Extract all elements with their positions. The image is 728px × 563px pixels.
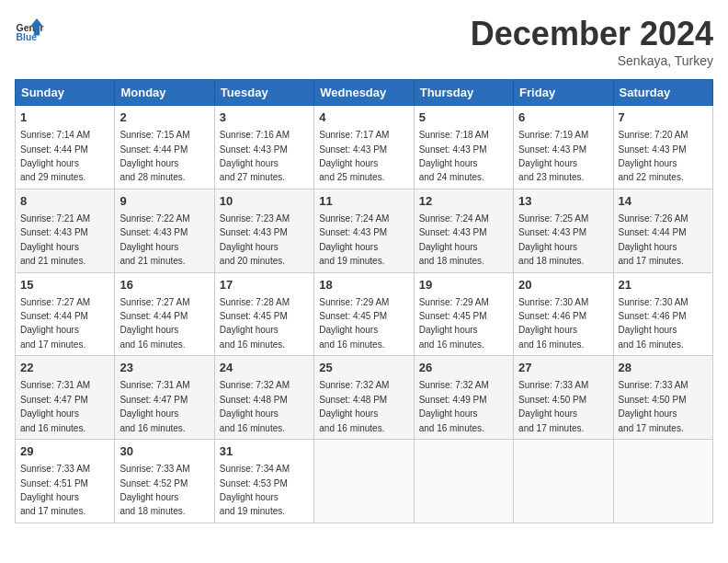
calendar-cell-day-20: 20 Sunrise: 7:30 AMSunset: 4:46 PMDaylig… xyxy=(514,272,613,356)
calendar-cell-day-7: 7 Sunrise: 7:20 AMSunset: 4:43 PMDayligh… xyxy=(613,106,712,190)
day-number: 7 xyxy=(619,109,708,126)
day-info: Sunrise: 7:29 AMSunset: 4:45 PMDaylight … xyxy=(319,297,389,350)
day-number: 8 xyxy=(20,193,109,210)
day-number: 11 xyxy=(319,193,408,210)
calendar-cell-day-10: 10 Sunrise: 7:23 AMSunset: 4:43 PMDaylig… xyxy=(214,189,313,272)
calendar-cell-day-15: 15 Sunrise: 7:27 AMSunset: 4:44 PMDaylig… xyxy=(16,272,115,356)
calendar-cell-day-31: 31 Sunrise: 7:34 AMSunset: 4:53 PMDaylig… xyxy=(214,440,313,523)
calendar-cell-day-14: 14 Sunrise: 7:26 AMSunset: 4:44 PMDaylig… xyxy=(613,189,712,272)
col-header-tuesday: Tuesday xyxy=(214,80,313,106)
calendar-cell-day-1: 1 Sunrise: 7:14 AMSunset: 4:44 PMDayligh… xyxy=(16,106,115,190)
calendar-cell-day-25: 25 Sunrise: 7:32 AMSunset: 4:48 PMDaylig… xyxy=(314,356,414,440)
day-number: 4 xyxy=(319,109,408,126)
day-number: 21 xyxy=(619,277,708,293)
day-number: 25 xyxy=(319,360,408,376)
day-info: Sunrise: 7:19 AMSunset: 4:43 PMDaylight … xyxy=(518,130,588,182)
calendar-week-2: 8 Sunrise: 7:21 AMSunset: 4:43 PMDayligh… xyxy=(16,189,713,272)
title-block: December 2024 Senkaya, Turkey xyxy=(471,15,713,68)
day-number: 16 xyxy=(119,277,209,293)
calendar-cell-day-4: 4 Sunrise: 7:17 AMSunset: 4:43 PMDayligh… xyxy=(314,106,414,190)
day-info: Sunrise: 7:34 AMSunset: 4:53 PMDaylight … xyxy=(220,464,290,516)
calendar-week-1: 1 Sunrise: 7:14 AMSunset: 4:44 PMDayligh… xyxy=(16,106,713,190)
calendar-cell-day-27: 27 Sunrise: 7:33 AMSunset: 4:50 PMDaylig… xyxy=(514,356,613,440)
day-info: Sunrise: 7:28 AMSunset: 4:45 PMDaylight … xyxy=(220,297,290,350)
day-info: Sunrise: 7:33 AMSunset: 4:50 PMDaylight … xyxy=(619,380,688,432)
calendar-cell-day-18: 18 Sunrise: 7:29 AMSunset: 4:45 PMDaylig… xyxy=(314,272,414,356)
day-number: 1 xyxy=(20,109,109,126)
day-info: Sunrise: 7:27 AMSunset: 4:44 PMDaylight … xyxy=(119,297,189,350)
calendar-cell-day-28: 28 Sunrise: 7:33 AMSunset: 4:50 PMDaylig… xyxy=(613,356,712,440)
calendar-cell-day-17: 17 Sunrise: 7:28 AMSunset: 4:45 PMDaylig… xyxy=(214,272,313,356)
day-number: 17 xyxy=(220,277,309,293)
day-info: Sunrise: 7:24 AMSunset: 4:43 PMDaylight … xyxy=(419,213,489,266)
calendar-cell-day-5: 5 Sunrise: 7:18 AMSunset: 4:43 PMDayligh… xyxy=(414,106,513,190)
day-number: 5 xyxy=(419,109,508,126)
day-info: Sunrise: 7:25 AMSunset: 4:43 PMDaylight … xyxy=(518,213,588,266)
calendar-cell-day-8: 8 Sunrise: 7:21 AMSunset: 4:43 PMDayligh… xyxy=(16,189,115,272)
day-info: Sunrise: 7:15 AMSunset: 4:44 PMDaylight … xyxy=(119,130,189,182)
day-info: Sunrise: 7:24 AMSunset: 4:43 PMDaylight … xyxy=(319,213,389,266)
day-number: 31 xyxy=(220,443,309,460)
day-info: Sunrise: 7:32 AMSunset: 4:49 PMDaylight … xyxy=(419,380,489,432)
calendar-cell-day-21: 21 Sunrise: 7:30 AMSunset: 4:46 PMDaylig… xyxy=(613,272,712,356)
calendar-cell-day-24: 24 Sunrise: 7:32 AMSunset: 4:48 PMDaylig… xyxy=(214,356,313,440)
day-number: 29 xyxy=(20,443,109,460)
calendar-week-4: 22 Sunrise: 7:31 AMSunset: 4:47 PMDaylig… xyxy=(16,356,713,440)
day-info: Sunrise: 7:17 AMSunset: 4:43 PMDaylight … xyxy=(319,130,389,182)
day-info: Sunrise: 7:27 AMSunset: 4:44 PMDaylight … xyxy=(20,297,90,350)
day-number: 24 xyxy=(220,360,309,376)
calendar-week-5: 29 Sunrise: 7:33 AMSunset: 4:51 PMDaylig… xyxy=(16,440,713,523)
day-info: Sunrise: 7:31 AMSunset: 4:47 PMDaylight … xyxy=(119,380,189,432)
calendar-cell-day-2: 2 Sunrise: 7:15 AMSunset: 4:44 PMDayligh… xyxy=(115,106,214,190)
col-header-wednesday: Wednesday xyxy=(314,80,414,106)
day-info: Sunrise: 7:18 AMSunset: 4:43 PMDaylight … xyxy=(419,130,489,182)
calendar-cell-day-26: 26 Sunrise: 7:32 AMSunset: 4:49 PMDaylig… xyxy=(414,356,513,440)
day-number: 18 xyxy=(319,277,408,293)
col-header-saturday: Saturday xyxy=(613,80,712,106)
day-info: Sunrise: 7:20 AMSunset: 4:43 PMDaylight … xyxy=(619,130,688,182)
day-info: Sunrise: 7:16 AMSunset: 4:43 PMDaylight … xyxy=(220,130,290,182)
day-info: Sunrise: 7:23 AMSunset: 4:43 PMDaylight … xyxy=(220,213,290,266)
calendar-cell-day-23: 23 Sunrise: 7:31 AMSunset: 4:47 PMDaylig… xyxy=(115,356,214,440)
day-info: Sunrise: 7:14 AMSunset: 4:44 PMDaylight … xyxy=(20,130,90,182)
day-info: Sunrise: 7:33 AMSunset: 4:51 PMDaylight … xyxy=(20,464,90,516)
empty-cell xyxy=(613,440,712,523)
day-number: 26 xyxy=(419,360,508,376)
calendar-cell-day-6: 6 Sunrise: 7:19 AMSunset: 4:43 PMDayligh… xyxy=(514,106,613,190)
day-number: 27 xyxy=(518,360,608,376)
day-number: 28 xyxy=(619,360,708,376)
day-number: 9 xyxy=(119,193,209,210)
day-info: Sunrise: 7:32 AMSunset: 4:48 PMDaylight … xyxy=(319,380,389,432)
day-info: Sunrise: 7:29 AMSunset: 4:45 PMDaylight … xyxy=(419,297,489,350)
day-number: 19 xyxy=(419,277,508,293)
calendar-week-3: 15 Sunrise: 7:27 AMSunset: 4:44 PMDaylig… xyxy=(16,272,713,356)
calendar-cell-day-9: 9 Sunrise: 7:22 AMSunset: 4:43 PMDayligh… xyxy=(115,189,214,272)
day-number: 15 xyxy=(20,277,109,293)
col-header-friday: Friday xyxy=(514,80,613,106)
day-number: 2 xyxy=(119,109,209,126)
calendar-cell-day-29: 29 Sunrise: 7:33 AMSunset: 4:51 PMDaylig… xyxy=(16,440,115,523)
calendar-cell-day-22: 22 Sunrise: 7:31 AMSunset: 4:47 PMDaylig… xyxy=(16,356,115,440)
calendar-table: SundayMondayTuesdayWednesdayThursdayFrid… xyxy=(15,79,713,523)
location-subtitle: Senkaya, Turkey xyxy=(471,53,713,68)
col-header-sunday: Sunday xyxy=(16,80,115,106)
day-number: 10 xyxy=(220,193,309,210)
day-info: Sunrise: 7:31 AMSunset: 4:47 PMDaylight … xyxy=(20,380,90,432)
day-info: Sunrise: 7:30 AMSunset: 4:46 PMDaylight … xyxy=(518,297,588,350)
day-number: 13 xyxy=(518,193,608,210)
day-info: Sunrise: 7:21 AMSunset: 4:43 PMDaylight … xyxy=(20,213,90,266)
day-number: 23 xyxy=(119,360,209,376)
day-info: Sunrise: 7:22 AMSunset: 4:43 PMDaylight … xyxy=(119,213,189,266)
calendar-cell-day-11: 11 Sunrise: 7:24 AMSunset: 4:43 PMDaylig… xyxy=(314,189,414,272)
day-info: Sunrise: 7:26 AMSunset: 4:44 PMDaylight … xyxy=(619,213,688,266)
logo: General Blue xyxy=(15,15,44,44)
calendar-cell-day-19: 19 Sunrise: 7:29 AMSunset: 4:45 PMDaylig… xyxy=(414,272,513,356)
empty-cell xyxy=(414,440,513,523)
day-number: 22 xyxy=(20,360,109,376)
calendar-cell-day-3: 3 Sunrise: 7:16 AMSunset: 4:43 PMDayligh… xyxy=(214,106,313,190)
day-number: 30 xyxy=(119,443,209,460)
day-info: Sunrise: 7:30 AMSunset: 4:46 PMDaylight … xyxy=(619,297,688,350)
day-info: Sunrise: 7:33 AMSunset: 4:52 PMDaylight … xyxy=(119,464,189,516)
day-info: Sunrise: 7:32 AMSunset: 4:48 PMDaylight … xyxy=(220,380,290,432)
calendar-cell-day-12: 12 Sunrise: 7:24 AMSunset: 4:43 PMDaylig… xyxy=(414,189,513,272)
